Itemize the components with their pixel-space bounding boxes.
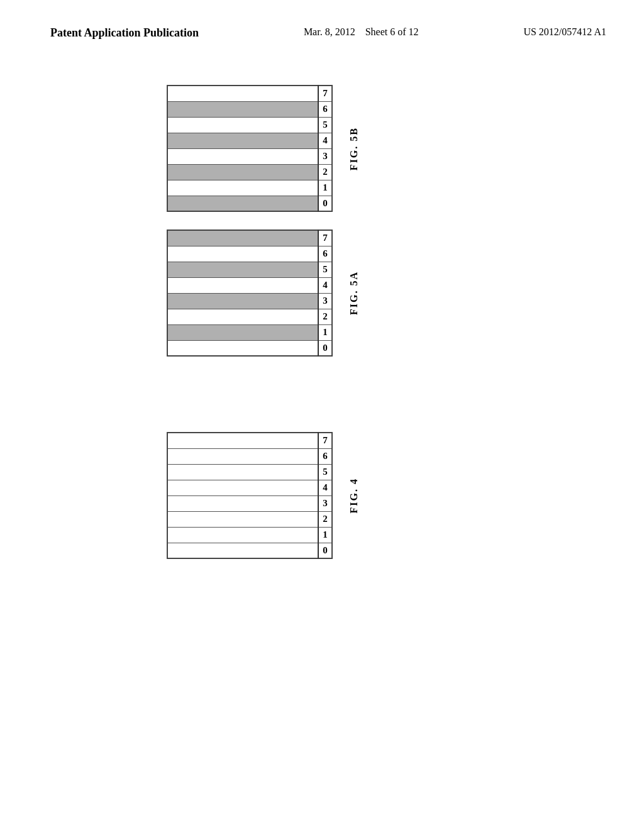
table-row: 1 (167, 324, 332, 340)
fig5a-label: FIG. 5A (348, 271, 360, 315)
page-header: Patent Application Publication Mar. 8, 2… (0, 0, 644, 53)
bar-cell-shaded (167, 133, 318, 148)
table-row: 5 (167, 464, 332, 480)
bar-cell-empty (167, 117, 318, 133)
table-row: 2 (167, 309, 332, 324)
table-row: 6 (167, 448, 332, 464)
table-row: 0 (167, 543, 332, 558)
publication-date: Mar. 8, 2012 Sheet 6 of 12 (304, 25, 419, 39)
number-cell: 3 (318, 148, 332, 164)
bar-cell-empty (167, 180, 318, 196)
number-cell: 0 (318, 543, 332, 558)
content-area: 7 6 5 4 3 2 1 (0, 53, 644, 578)
table-row: 4 (167, 133, 332, 148)
bar-cell-empty (167, 246, 318, 262)
table-row: 6 (167, 101, 332, 117)
fig5b-label: FIG. 5B (348, 127, 360, 170)
fig5b-diagram: 7 6 5 4 3 2 1 (167, 85, 333, 212)
bar-cell-empty (167, 340, 318, 356)
bar-cell-empty (167, 433, 318, 448)
number-cell: 6 (318, 246, 332, 262)
bar-cell-shaded (167, 101, 318, 117)
table-row: 5 (167, 262, 332, 277)
bar-cell-empty (167, 277, 318, 293)
number-cell: 5 (318, 262, 332, 277)
fig4-label: FIG. 4 (348, 478, 360, 513)
publication-title: Patent Application Publication (50, 25, 199, 41)
number-cell: 7 (318, 433, 332, 448)
table-row: 2 (167, 164, 332, 180)
table-row: 1 (167, 180, 332, 196)
number-cell: 1 (318, 527, 332, 543)
table-row: 0 (167, 340, 332, 356)
bar-cell-empty (167, 448, 318, 464)
number-cell: 4 (318, 277, 332, 293)
number-cell: 1 (318, 180, 332, 196)
bar-cell-empty (167, 86, 318, 101)
bar-cell-shaded (167, 324, 318, 340)
table-row: 3 (167, 293, 332, 309)
table-row: 7 (167, 433, 332, 448)
bar-cell-empty (167, 543, 318, 558)
fig5a-container: 7 6 5 4 3 2 1 (167, 230, 606, 357)
table-row: 2 (167, 511, 332, 527)
date-text: Mar. 8, 2012 (304, 26, 355, 37)
table-row: 0 (167, 196, 332, 211)
sheet-text: Sheet 6 of 12 (365, 26, 419, 37)
number-cell: 1 (318, 324, 332, 340)
bar-cell-empty (167, 511, 318, 527)
number-cell: 0 (318, 196, 332, 211)
table-row: 1 (167, 527, 332, 543)
number-cell: 7 (318, 86, 332, 101)
table-row: 5 (167, 117, 332, 133)
bar-cell-shaded (167, 230, 318, 246)
number-cell: 4 (318, 133, 332, 148)
number-cell: 3 (318, 495, 332, 511)
table-row: 3 (167, 148, 332, 164)
fig5b-container: 7 6 5 4 3 2 1 (167, 85, 606, 212)
number-cell: 6 (318, 101, 332, 117)
number-cell: 5 (318, 464, 332, 480)
bar-cell-shaded (167, 293, 318, 309)
fig5a-diagram: 7 6 5 4 3 2 1 (167, 230, 333, 357)
fig4-container: 7 6 5 4 3 2 1 (167, 432, 606, 559)
number-cell: 3 (318, 293, 332, 309)
table-row: 4 (167, 277, 332, 293)
number-cell: 2 (318, 511, 332, 527)
number-cell: 5 (318, 117, 332, 133)
table-row: 7 (167, 230, 332, 246)
number-cell: 0 (318, 340, 332, 356)
bar-cell-empty (167, 309, 318, 324)
number-cell: 2 (318, 309, 332, 324)
bar-cell-empty (167, 527, 318, 543)
bar-cell-shaded (167, 262, 318, 277)
number-cell: 4 (318, 480, 332, 495)
number-cell: 6 (318, 448, 332, 464)
fig4-diagram: 7 6 5 4 3 2 1 (167, 432, 333, 559)
table-row: 6 (167, 246, 332, 262)
number-cell: 2 (318, 164, 332, 180)
patent-number: US 2012/057412 A1 (523, 25, 606, 39)
table-row: 4 (167, 480, 332, 495)
bar-cell-empty (167, 480, 318, 495)
table-row: 3 (167, 495, 332, 511)
bar-cell-empty (167, 464, 318, 480)
table-row: 7 (167, 86, 332, 101)
bar-cell-shaded (167, 164, 318, 180)
bar-cell-empty (167, 148, 318, 164)
bar-cell-shaded (167, 196, 318, 211)
bar-cell-empty (167, 495, 318, 511)
number-cell: 7 (318, 230, 332, 246)
